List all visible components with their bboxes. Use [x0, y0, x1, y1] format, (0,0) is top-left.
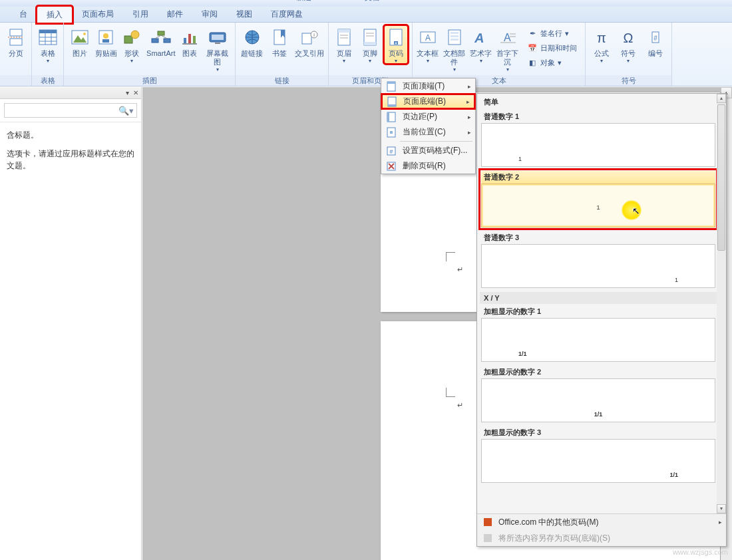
menu-page-bottom[interactable]: 页面底端(B)▸	[382, 94, 474, 108]
symbol-button[interactable]: Ω 符号 ▾	[616, 25, 640, 64]
clipart-button[interactable]: 剪贴画	[94, 25, 117, 58]
table-icon	[37, 27, 59, 48]
wordart-icon: A	[470, 27, 492, 48]
wordart-button[interactable]: A 艺术字 ▾	[470, 25, 492, 64]
gallery-item-plain2[interactable]: 普通数字 2 1 ↖	[481, 171, 715, 227]
tab-mailings[interactable]: 邮件	[158, 6, 192, 23]
screenshot-button[interactable]: 屏幕截图 ▾	[204, 25, 231, 72]
page-top-icon	[385, 80, 397, 92]
chevron-down-icon: ▾	[427, 58, 429, 64]
chevron-down-icon: ▾	[369, 58, 371, 64]
picture-button[interactable]: 图片	[68, 25, 91, 58]
search-input[interactable]: 🔍▾	[4, 103, 137, 118]
chevron-down-icon: ▾	[343, 58, 345, 64]
chevron-down-icon: ▾	[395, 58, 397, 64]
svg-line-21	[161, 35, 167, 39]
svg-text:A: A	[425, 33, 431, 43]
page-number-icon: #	[385, 27, 407, 48]
ribbon: 分页 表格 ▾ 表格 图片 剪贴画 形状	[0, 23, 732, 86]
textbox-icon: A	[417, 27, 439, 48]
gallery-item-plain3[interactable]: 普通数字 3 1	[481, 231, 715, 288]
bookmark-button[interactable]: 书签	[267, 25, 291, 58]
window-title: 新建 Microsoft Word 文档 - Microsoft Word	[297, 0, 435, 1]
signature-button[interactable]: ✒签名行▾	[524, 27, 580, 40]
tab-file-stub[interactable]: 台	[10, 6, 37, 23]
svg-rect-14	[102, 39, 109, 43]
equation-button[interactable]: π 公式 ▾	[590, 25, 614, 64]
table-button[interactable]: 表格 ▾	[36, 25, 59, 64]
hyperlink-icon	[242, 27, 263, 48]
remove-icon	[385, 160, 397, 172]
search-icon: 🔍▾	[118, 106, 134, 116]
shapes-icon	[121, 27, 142, 48]
svg-text:#: #	[653, 35, 657, 42]
svg-text:π: π	[597, 31, 606, 45]
page-margin-icon	[385, 111, 397, 123]
gallery-item-bold1[interactable]: 加粗显示的数字 1 1/1	[481, 305, 715, 362]
svg-point-16	[131, 31, 139, 39]
tab-references[interactable]: 引用	[123, 6, 158, 23]
shapes-button[interactable]: 形状 ▾	[120, 25, 144, 64]
gallery-item-bold3[interactable]: 加粗显示的数字 3 1/1	[481, 426, 715, 483]
svg-rect-36	[338, 29, 350, 33]
textbox-button[interactable]: A 文本框 ▾	[417, 25, 439, 64]
gallery-section-xy: X / Y	[480, 292, 717, 304]
signature-icon: ✒	[527, 28, 538, 39]
scrollbar-thumb[interactable]	[717, 104, 725, 251]
gallery-item-bold2[interactable]: 加粗显示的数字 2 1/1	[481, 366, 715, 422]
crossref-button[interactable]: i 交叉引用	[295, 25, 324, 58]
scroll-up-icon[interactable]: ▴	[717, 94, 726, 103]
chevron-down-icon: ▾	[600, 58, 603, 64]
footer-button[interactable]: 页脚 ▾	[358, 25, 381, 64]
navpane-header: ▾ ✕	[0, 87, 141, 99]
gallery-more-office[interactable]: Office.com 中的其他页码(M)▸	[477, 514, 726, 530]
chevron-down-icon: ▾	[506, 67, 509, 72]
page-bottom-icon	[386, 96, 398, 108]
menu-current-position[interactable]: 当前位置(C)▸	[381, 124, 475, 140]
svg-rect-51	[451, 39, 458, 41]
svg-rect-22	[184, 38, 186, 43]
symbol-icon: Ω	[618, 27, 639, 48]
hyperlink-button[interactable]: 超链接	[240, 25, 264, 58]
clipart-icon	[95, 27, 116, 48]
svg-rect-74	[484, 518, 492, 526]
tab-baidu[interactable]: 百度网盘	[262, 6, 312, 23]
gallery-item-plain1[interactable]: 普通数字 1 1	[481, 110, 715, 167]
group-label-page	[0, 75, 31, 86]
menu-page-top[interactable]: 页面顶端(T)▸	[381, 78, 475, 94]
svg-rect-32	[302, 33, 311, 44]
scroll-down-icon[interactable]: ▾	[717, 504, 726, 513]
page-number-button[interactable]: # 页码 ▾	[384, 25, 408, 64]
number-button[interactable]: # 编号	[643, 25, 667, 58]
smartart-button[interactable]: SmartArt	[146, 25, 175, 58]
submenu-arrow-icon: ▸	[719, 519, 722, 525]
menu-remove-pagenum[interactable]: 删除页码(R)	[381, 158, 475, 174]
object-button[interactable]: ◧对象▾	[524, 56, 580, 69]
navpane-close-icon[interactable]: ✕	[133, 89, 138, 96]
svg-rect-17	[158, 31, 164, 35]
svg-rect-19	[164, 39, 170, 43]
tab-pagelayout[interactable]: 页面布局	[73, 6, 123, 23]
navpane-dropdown-icon[interactable]: ▾	[126, 89, 129, 96]
tab-view[interactable]: 视图	[227, 6, 262, 23]
svg-rect-68	[390, 131, 393, 134]
page-break-icon	[5, 27, 27, 48]
tab-insert[interactable]: 插入	[37, 6, 73, 23]
quickparts-button[interactable]: 文档部件 ▾	[442, 25, 467, 72]
svg-rect-64	[388, 104, 396, 106]
menu-format-pagenum[interactable]: # 设置页码格式(F)...	[381, 143, 475, 158]
navpane-text: 选项卡，请通过应用标题样式在您的文题。	[7, 148, 134, 172]
group-label-symbols: 符号	[586, 75, 671, 86]
chart-button[interactable]: 图表	[178, 25, 201, 58]
gallery-scrollbar[interactable]: ▴ ▾	[717, 94, 726, 513]
menu-page-margin[interactable]: 页边距(P)▸	[381, 109, 475, 124]
svg-rect-49	[451, 32, 458, 34]
tab-review[interactable]: 审阅	[192, 6, 227, 23]
datetime-button[interactable]: 📅日期和时间	[524, 41, 580, 55]
page-break-button[interactable]: 分页	[4, 25, 27, 58]
dropcap-button[interactable]: A 首字下沉 ▾	[495, 25, 520, 72]
chart-icon	[179, 27, 200, 48]
header-button[interactable]: 页眉 ▾	[333, 25, 355, 64]
svg-rect-28	[215, 43, 220, 44]
svg-rect-40	[364, 42, 376, 45]
